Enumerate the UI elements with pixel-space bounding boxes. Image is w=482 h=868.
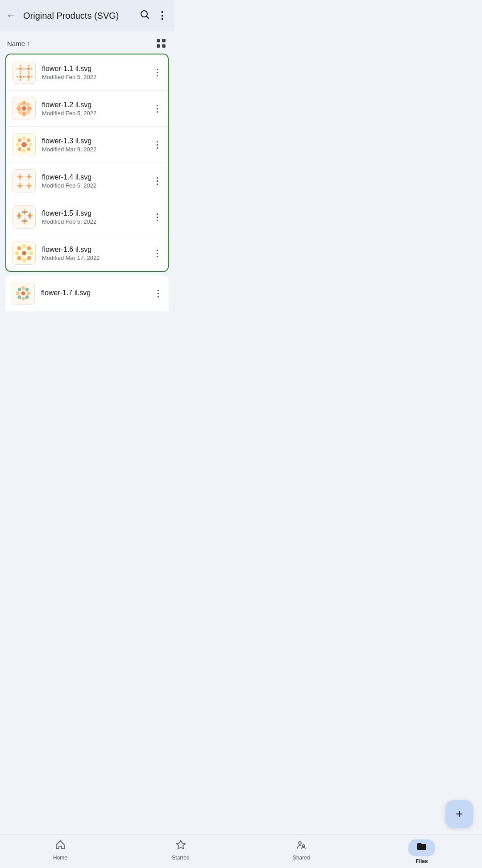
svg-point-84 [24,211,25,213]
file-more-button[interactable]: ⋮ [152,246,162,260]
svg-point-57 [21,176,23,178]
svg-point-47 [18,147,21,151]
file-more-button[interactable]: ⋮ [152,138,162,152]
file-info: flower-1.4 il.svg Modified Feb 5, 2022 [42,173,145,189]
svg-rect-2 [157,39,160,42]
svg-point-106 [22,259,26,263]
svg-point-20 [20,76,21,78]
file-meta: Modified Mar 17, 2022 [42,255,145,261]
sort-bar: Name ↑ [0,31,174,54]
svg-point-74 [26,185,28,187]
svg-point-87 [24,213,25,215]
list-item[interactable]: flower-1.2 il.svg Modified Feb 5, 2022 ⋮ [6,90,168,126]
back-button[interactable]: ← [6,8,20,23]
list-item[interactable]: flower-1.3 il.svg Modified Mar 9, 2022 ⋮ [6,126,168,163]
sort-label[interactable]: Name ↑ [7,40,30,47]
grid-icon [155,38,167,49]
file-more-button[interactable]: ⋮ [152,210,162,224]
file-meta: Modified Feb 5, 2022 [42,110,145,117]
list-item[interactable]: flower-1.7 il.svg ⋮ [5,275,169,311]
sort-direction-icon: ↑ [27,40,30,47]
svg-point-104 [29,251,33,255]
svg-point-15 [28,65,29,67]
svg-point-73 [28,187,30,189]
svg-point-8 [20,68,21,70]
file-thumbnail [12,242,36,265]
svg-point-61 [28,178,30,180]
file-more-button[interactable]: ⋮ [152,101,162,116]
svg-point-114 [27,292,30,295]
svg-point-69 [21,185,23,187]
page-title: Original Products (SVG) [23,11,133,21]
file-name: flower-1.4 il.svg [42,173,145,181]
svg-point-30 [31,76,33,78]
svg-point-102 [22,244,26,248]
search-icon [139,9,150,20]
svg-point-113 [25,288,29,292]
svg-point-46 [22,149,26,153]
svg-point-39 [18,103,23,107]
svg-point-29 [25,76,26,78]
svg-point-117 [18,296,21,299]
svg-point-119 [18,288,21,292]
svg-point-18 [31,68,33,70]
svg-point-27 [28,73,29,75]
svg-point-49 [18,138,21,142]
file-more-button[interactable]: ⋮ [153,286,163,300]
file-name: flower-1.7 il.svg [41,289,146,297]
svg-point-108 [15,251,19,255]
svg-point-91 [29,213,31,214]
list-item[interactable]: flower-1.5 il.svg Modified Feb 5, 2022 ⋮ [6,199,168,235]
svg-point-68 [17,185,19,187]
svg-rect-3 [162,39,166,42]
file-info: flower-1.6 il.svg Modified Mar 17, 2022 [42,246,145,261]
svg-point-28 [28,79,29,81]
file-meta: Modified Feb 5, 2022 [42,74,145,80]
svg-point-59 [28,176,30,178]
svg-point-112 [21,286,25,290]
svg-point-103 [27,246,31,250]
svg-point-43 [27,138,30,142]
svg-point-75 [30,185,32,187]
svg-point-10 [20,71,21,73]
svg-point-66 [19,183,21,184]
svg-line-1 [147,17,149,19]
selection-box: flower-1.1 il.svg Modified Feb 5, 2022 ⋮ [5,54,169,272]
file-thumbnail [12,97,36,120]
svg-point-85 [24,209,25,211]
file-name: flower-1.5 il.svg [42,209,145,217]
file-thumbnail [12,133,36,156]
file-more-button[interactable]: ⋮ [152,174,162,188]
svg-point-79 [18,213,20,214]
svg-point-11 [17,68,18,70]
svg-point-42 [22,137,26,140]
svg-point-26 [28,76,29,78]
svg-point-72 [28,183,30,184]
svg-point-98 [26,220,28,222]
svg-rect-6 [13,62,35,83]
file-more-button[interactable]: ⋮ [152,65,162,79]
file-name: flower-1.2 il.svg [42,101,145,109]
svg-point-63 [30,176,32,178]
svg-point-65 [19,185,21,187]
list-item[interactable]: flower-1.4 il.svg Modified Feb 5, 2022 ⋮ [6,163,168,199]
more-button[interactable]: ⋮ [156,8,168,23]
svg-rect-51 [13,170,35,192]
list-item[interactable]: flower-1.6 il.svg Modified Mar 17, 2022 … [6,235,168,271]
svg-rect-5 [162,44,166,48]
svg-point-90 [29,215,31,217]
grid-view-button[interactable] [155,38,167,49]
svg-point-116 [21,297,25,300]
svg-point-93 [29,217,31,219]
svg-point-53 [19,176,21,178]
svg-point-24 [23,76,25,78]
list-item[interactable]: flower-1.1 il.svg Modified Feb 5, 2022 ⋮ [6,54,168,90]
svg-point-78 [18,215,20,217]
file-meta: Modified Feb 5, 2022 [42,218,145,225]
svg-point-60 [28,174,30,175]
svg-point-16 [28,71,29,73]
svg-point-67 [19,187,21,189]
search-button[interactable] [137,7,153,24]
file-name: flower-1.1 il.svg [42,65,145,73]
svg-point-97 [24,218,25,220]
